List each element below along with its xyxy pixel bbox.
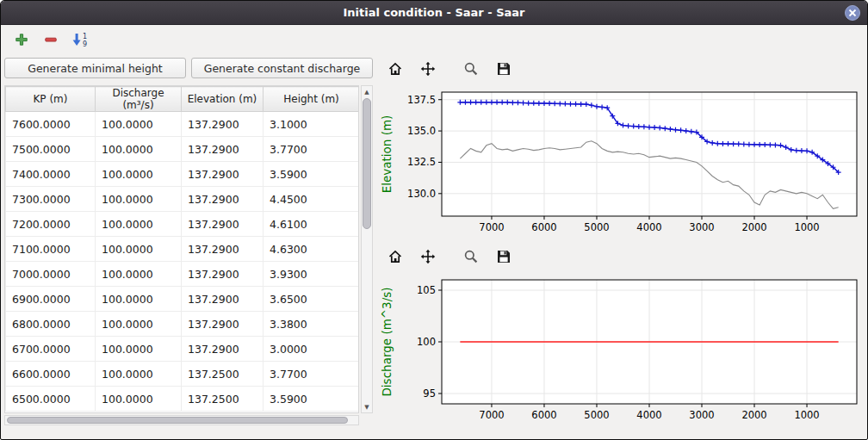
column-header[interactable]: Elevation (m) — [182, 87, 264, 112]
home-icon — [388, 61, 403, 77]
svg-text:2000: 2000 — [741, 221, 766, 233]
pan-button[interactable] — [415, 57, 441, 81]
close-button[interactable] — [845, 5, 860, 21]
table-cell[interactable]: 7000.0000 — [6, 262, 96, 287]
table-row: 6700.0000100.0000137.29003.0000 — [6, 337, 360, 362]
table-cell[interactable]: 137.2900 — [182, 212, 264, 237]
save-button[interactable] — [491, 57, 517, 81]
pan-icon — [420, 249, 436, 264]
table-cell[interactable]: 137.2900 — [182, 312, 264, 337]
table-cell[interactable]: 3.1000 — [264, 112, 360, 137]
table-cell[interactable]: 100.0000 — [96, 137, 182, 162]
table-cell[interactable]: 137.2900 — [182, 162, 264, 187]
table-cell[interactable]: 6700.0000 — [6, 337, 96, 362]
table-cell[interactable]: 6900.0000 — [6, 287, 96, 312]
table-cell[interactable]: 7200.0000 — [6, 212, 96, 237]
table-cell[interactable]: 137.2900 — [182, 337, 264, 362]
table-cell[interactable]: 6600.0000 — [6, 362, 96, 387]
column-header[interactable]: Height (m) — [264, 87, 360, 112]
main-toolbar: 1 9 — [1, 25, 867, 54]
table-cell[interactable]: 7500.0000 — [6, 137, 96, 162]
svg-text:4000: 4000 — [636, 221, 661, 233]
table-row: 7400.0000100.0000137.29003.5900 — [6, 162, 360, 187]
table-cell[interactable]: 7600.0000 — [6, 112, 96, 137]
table-cell[interactable]: 100.0000 — [96, 112, 182, 137]
zoom-button[interactable] — [458, 57, 484, 81]
table-cell[interactable]: 7100.0000 — [6, 237, 96, 262]
table-cell[interactable]: 137.2500 — [182, 387, 264, 412]
svg-text:130.0: 130.0 — [407, 188, 436, 200]
table-cell[interactable]: 7300.0000 — [6, 187, 96, 212]
table-cell[interactable]: 100.0000 — [96, 362, 182, 387]
zoom-button[interactable] — [458, 245, 484, 269]
table-cell[interactable]: 137.2900 — [182, 112, 264, 137]
save-icon — [496, 61, 512, 77]
table-cell[interactable]: 4.4500 — [264, 187, 360, 212]
svg-text:1000: 1000 — [794, 221, 819, 233]
table-cell[interactable]: 100.0000 — [96, 312, 182, 337]
table-cell[interactable]: 100.0000 — [96, 162, 182, 187]
table-cell[interactable]: 3.5900 — [264, 387, 360, 412]
table-cell[interactable]: 7400.0000 — [6, 162, 96, 187]
table-cell[interactable]: 137.2900 — [182, 137, 264, 162]
table-cell[interactable]: 100.0000 — [96, 237, 182, 262]
table-row: 6600.0000100.0000137.25003.7700 — [6, 362, 360, 387]
table-cell[interactable]: 3.0000 — [264, 337, 360, 362]
remove-row-button[interactable] — [39, 28, 63, 52]
add-row-button[interactable] — [9, 28, 34, 52]
svg-text:7000: 7000 — [479, 221, 504, 233]
table-cell[interactable]: 3.3800 — [264, 312, 360, 337]
table-cell[interactable]: 3.6500 — [264, 287, 360, 312]
table-cell[interactable]: 137.2900 — [182, 262, 264, 287]
window-title: Initial condition - Saar - Saar — [343, 6, 524, 19]
svg-text:105: 105 — [417, 284, 436, 296]
elevation-plot-canvas[interactable]: 7000600050004000300020001000130.0132.513… — [377, 84, 864, 242]
zoom-icon — [463, 61, 479, 77]
horizontal-scrollbar-thumb[interactable] — [7, 417, 348, 424]
table-cell[interactable]: 137.2500 — [182, 362, 264, 387]
svg-text:1: 1 — [83, 33, 87, 40]
table-cell[interactable]: 3.5900 — [264, 162, 360, 187]
table-cell[interactable]: 137.2900 — [182, 287, 264, 312]
discharge-plot-canvas[interactable]: 700060005000400030002000100095100105Disc… — [377, 271, 864, 430]
table-cell[interactable]: 100.0000 — [96, 287, 182, 312]
svg-text:3000: 3000 — [689, 409, 714, 421]
table-row: 6500.0000100.0000137.25003.5900 — [6, 387, 360, 412]
home-button[interactable] — [382, 245, 408, 269]
save-button[interactable] — [491, 245, 517, 269]
table-cell[interactable]: 100.0000 — [96, 262, 182, 287]
column-header[interactable]: Discharge (m³/s) — [96, 87, 182, 112]
pan-icon — [420, 61, 436, 77]
svg-text:4000: 4000 — [636, 409, 661, 421]
table-cell[interactable]: 6500.0000 — [6, 387, 96, 412]
vertical-scrollbar-thumb[interactable] — [363, 98, 371, 229]
table-row: 7000.0000100.0000137.29003.9300 — [6, 262, 360, 287]
table-row: 6800.0000100.0000137.29003.3800 — [6, 312, 360, 337]
table-cell[interactable]: 137.2900 — [182, 187, 264, 212]
table-cell[interactable]: 100.0000 — [96, 212, 182, 237]
horizontal-scrollbar[interactable] — [4, 415, 359, 425]
table-cell[interactable]: 4.6300 — [264, 237, 360, 262]
sort-button[interactable]: 1 9 — [68, 28, 92, 52]
pan-button[interactable] — [415, 245, 441, 269]
sort-ascending-icon: 1 9 — [71, 32, 89, 47]
table-cell[interactable]: 100.0000 — [96, 337, 182, 362]
table-cell[interactable]: 100.0000 — [96, 187, 182, 212]
home-button[interactable] — [382, 57, 408, 81]
table-row: 7200.0000100.0000137.29004.6100 — [6, 212, 360, 237]
table-cell[interactable]: 6800.0000 — [6, 312, 96, 337]
table-cell[interactable]: 3.7700 — [264, 137, 360, 162]
scroll-up-arrow[interactable]: ▲ — [362, 86, 372, 97]
table-row: 7100.0000100.0000137.29004.6300 — [6, 237, 360, 262]
vertical-scrollbar[interactable]: ▲ ▼ — [361, 85, 373, 413]
svg-text:3000: 3000 — [689, 221, 714, 233]
column-header[interactable]: KP (m) — [6, 87, 96, 112]
scroll-down-arrow[interactable]: ▼ — [362, 401, 372, 412]
table-cell[interactable]: 3.9300 — [264, 262, 360, 287]
generate-constant-discharge-button[interactable]: Generate constant discharge — [191, 58, 373, 78]
table-cell[interactable]: 4.6100 — [264, 212, 360, 237]
table-cell[interactable]: 3.7700 — [264, 362, 360, 387]
table-cell[interactable]: 100.0000 — [96, 387, 182, 412]
table-cell[interactable]: 137.2900 — [182, 237, 264, 262]
generate-minimal-height-button[interactable]: Generate minimal height — [4, 58, 186, 78]
